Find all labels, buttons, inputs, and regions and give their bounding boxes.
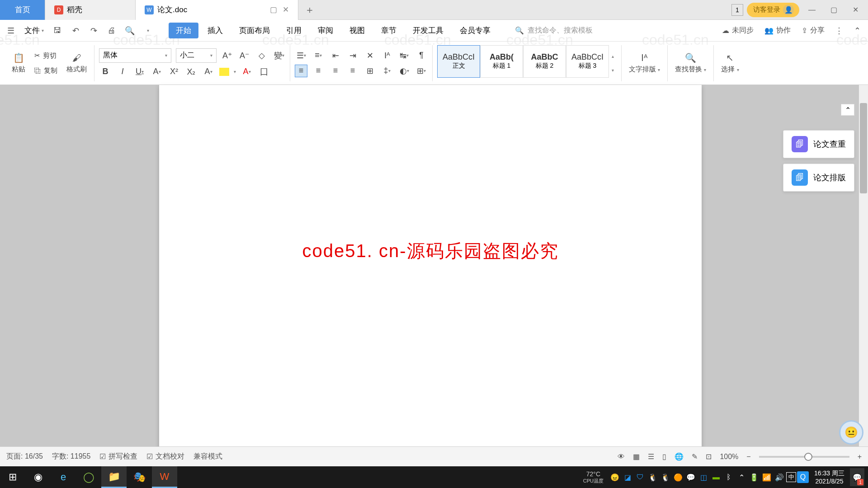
plagiarism-check-button[interactable]: 🗐 论文查重 (783, 130, 854, 158)
paste-button[interactable]: 📋 粘贴 (9, 52, 28, 74)
shrink-font-icon[interactable]: A⁻ (238, 49, 251, 62)
document-page[interactable]: code51. cn-源码乐园盗图必究 (159, 85, 702, 466)
paragraph-icon[interactable]: ¶ (415, 49, 428, 62)
zoom-slider[interactable] (759, 456, 849, 458)
view-reading-icon[interactable]: ▯ (662, 452, 666, 461)
more-icon[interactable]: ⋮ (831, 23, 847, 39)
italic-button[interactable]: I (116, 66, 129, 78)
text-layout-button[interactable]: Ⅰᴬ 文字排版 ▾ (626, 52, 663, 74)
style-heading2[interactable]: AaBbC 标题 2 (523, 45, 566, 78)
tray-icon-8[interactable]: ◫ (698, 471, 709, 483)
text-direction-icon[interactable]: ✕ (363, 49, 376, 62)
print-preview-icon[interactable]: 🔍 (122, 23, 138, 39)
page-indicator[interactable]: 页面: 16/35 (6, 452, 43, 461)
sync-status[interactable]: ☁未同步 (717, 26, 758, 35)
tab-window-icon[interactable]: ▢ (270, 5, 277, 14)
char-border-icon[interactable]: 囗 (258, 66, 270, 78)
font-size-select[interactable]: 小二▾ (176, 48, 217, 63)
zoom-value[interactable]: 100% (720, 453, 738, 461)
grow-font-icon[interactable]: A⁺ (221, 49, 234, 62)
clock[interactable]: 16:33 周三 2021/8/25 (810, 469, 849, 485)
menu-tab-devtools[interactable]: 开发工具 (406, 23, 451, 38)
subscript-button[interactable]: X₂ (185, 66, 198, 78)
volume-icon[interactable]: 🔊 (774, 471, 785, 483)
share-button[interactable]: ⇪分享 (797, 26, 829, 35)
collapse-ribbon-icon[interactable]: ⌃ (849, 23, 865, 39)
superscript-button[interactable]: X² (168, 66, 180, 78)
guest-login-button[interactable]: 访客登录 👤 (747, 3, 799, 17)
bullets-icon[interactable]: ☰▾ (295, 49, 307, 62)
menu-tab-layout[interactable]: 页面布局 (232, 23, 277, 38)
menu-tab-start[interactable]: 开始 (169, 23, 198, 38)
styles-up-icon[interactable]: ▴ (612, 54, 614, 59)
print-icon[interactable]: 🖨 (104, 23, 120, 39)
style-heading1[interactable]: AaBb( 标题 1 (480, 45, 523, 78)
increase-indent-icon[interactable]: ⇥ (346, 49, 359, 62)
style-heading3[interactable]: AaBbCcI 标题 3 (566, 45, 609, 78)
zoom-out-button[interactable]: − (746, 453, 750, 461)
task-explorer[interactable]: 📁 (101, 466, 127, 488)
underline-button[interactable]: U▾ (133, 66, 146, 78)
tray-icon-3[interactable]: 🛡 (634, 471, 646, 483)
menu-icon[interactable]: ☰ (3, 23, 19, 39)
line-spacing-extra-icon[interactable]: ↹▾ (398, 49, 410, 62)
select-button[interactable]: ↖ 选择 ▾ (718, 52, 741, 74)
borders-icon[interactable]: ⊞▾ (415, 65, 428, 77)
find-replace-button[interactable]: 🔍 查找替换 ▾ (672, 52, 709, 74)
qat-dropdown-icon[interactable]: ▾ (140, 23, 156, 39)
doc-check-button[interactable]: ☑文档校对 (146, 452, 184, 461)
tab-daoke[interactable]: D 稻壳 (45, 0, 136, 20)
vertical-scrollbar[interactable] (859, 85, 868, 466)
menu-tab-reference[interactable]: 引用 (279, 23, 309, 38)
collab-button[interactable]: 👥协作 (760, 26, 795, 35)
minimize-button[interactable]: — (803, 1, 821, 19)
view-outline-icon[interactable]: ☰ (648, 452, 654, 461)
menu-tab-insert[interactable]: 插入 (200, 23, 230, 38)
bold-button[interactable]: B (99, 66, 112, 78)
menu-tab-chapter[interactable]: 章节 (374, 23, 404, 38)
file-menu[interactable]: 文件▾ (21, 25, 47, 36)
task-ie[interactable]: e (51, 466, 76, 488)
align-justify-icon[interactable]: ≡ (346, 65, 359, 77)
spell-check-button[interactable]: ☑拼写检查 (99, 452, 137, 461)
sort-icon[interactable]: Ⅰᴬ (381, 49, 393, 62)
tray-icon-1[interactable]: 😠 (609, 471, 621, 483)
window-count-badge[interactable]: 1 (731, 4, 743, 16)
menu-tab-review[interactable]: 审阅 (311, 23, 340, 38)
tray-icon-9[interactable]: ▬ (710, 471, 722, 483)
assistant-button[interactable]: 😐 (839, 420, 863, 445)
distribute-icon[interactable]: ⊞ (363, 65, 376, 77)
style-body[interactable]: AaBbCcI 正文 (437, 45, 480, 78)
decrease-indent-icon[interactable]: ⇤ (329, 49, 342, 62)
close-button[interactable]: ✕ (846, 1, 864, 19)
clear-format-icon[interactable]: ◇ (255, 49, 268, 62)
task-browser[interactable]: ◯ (76, 466, 101, 488)
tray-icon-6[interactable]: 🟠 (672, 471, 684, 483)
tab-close-icon[interactable]: ✕ (283, 5, 289, 14)
view-page-icon[interactable]: ▦ (633, 452, 640, 461)
chevron-up-icon[interactable]: ⌃ (736, 471, 747, 483)
task-wps[interactable]: W (152, 466, 177, 488)
pen-icon[interactable]: ✎ (692, 452, 698, 461)
zoom-in-button[interactable]: + (858, 453, 862, 461)
notification-center[interactable]: 💬1 (850, 468, 864, 486)
align-right-icon[interactable]: ≡ (329, 65, 342, 77)
new-tab-button[interactable]: ＋ (298, 3, 321, 17)
phonetic-icon[interactable]: 變▾ (273, 49, 285, 62)
task-app-2[interactable]: 🎭 (127, 466, 152, 488)
format-painter-button[interactable]: 🖌 格式刷 (64, 53, 90, 74)
align-center-icon[interactable]: ≡ (312, 65, 325, 77)
styles-more-icon[interactable]: ▾ (612, 68, 614, 73)
tray-icon-5[interactable]: 🐧 (660, 471, 671, 483)
ime-indicator[interactable]: 中 (786, 472, 796, 482)
menu-tab-view[interactable]: 视图 (342, 23, 372, 38)
save-icon[interactable]: 🖫 (49, 23, 66, 39)
battery-icon[interactable]: 🔋 (748, 471, 760, 483)
task-app-1[interactable]: ◉ (25, 466, 51, 488)
scroll-thumb[interactable] (860, 103, 867, 193)
redo-icon[interactable]: ↷ (85, 23, 102, 39)
text-effect-button[interactable]: A▾ (202, 66, 215, 78)
numbering-icon[interactable]: ≡▾ (312, 49, 325, 62)
bluetooth-icon[interactable]: ᛒ (723, 471, 735, 483)
web-icon[interactable]: 🌐 (675, 452, 684, 461)
